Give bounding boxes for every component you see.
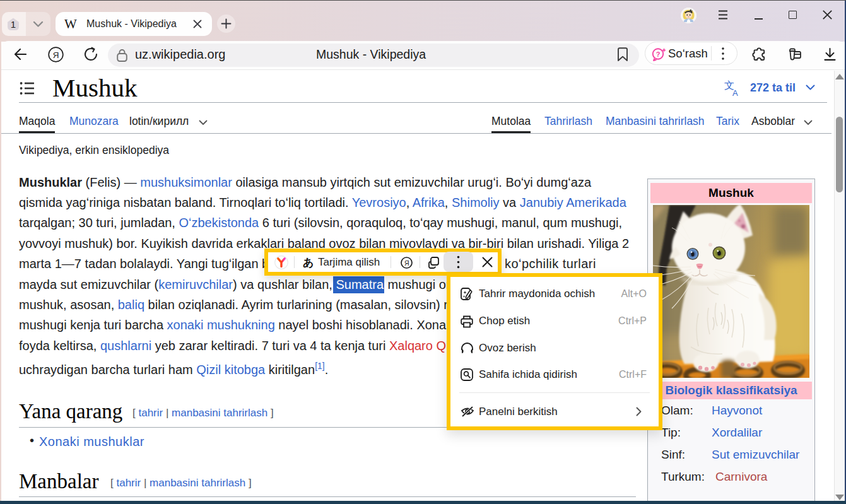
svg-text:1: 1 bbox=[11, 19, 16, 30]
svg-text:Я: Я bbox=[404, 259, 409, 266]
svg-text:Я: Я bbox=[53, 50, 59, 60]
svg-text:?: ? bbox=[656, 50, 661, 58]
svg-text:A: A bbox=[732, 88, 738, 97]
